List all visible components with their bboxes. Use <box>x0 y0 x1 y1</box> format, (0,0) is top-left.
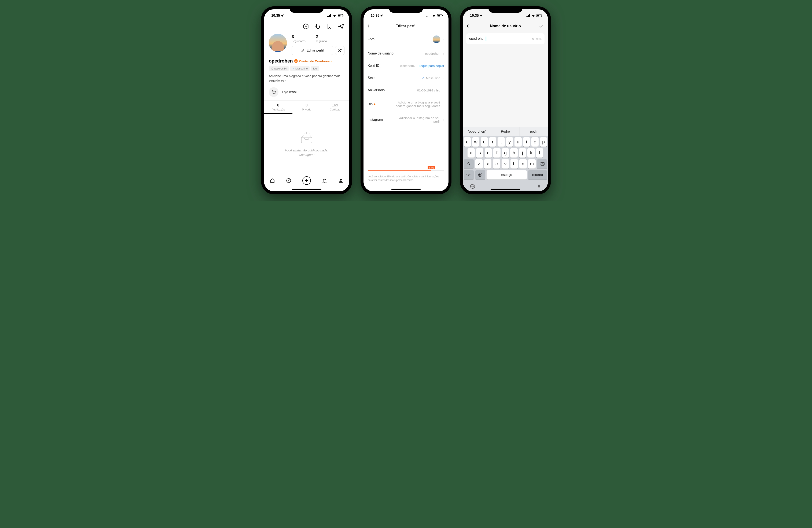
key-c[interactable]: c <box>493 159 500 168</box>
key-r[interactable]: r <box>489 137 496 147</box>
key-123[interactable]: 123 <box>464 170 474 180</box>
row-bio[interactable]: Bio Adicione uma biografia e você poderá… <box>363 96 449 112</box>
add-user-icon <box>337 48 342 53</box>
key-e[interactable]: e <box>481 137 488 147</box>
key-j[interactable]: j <box>519 148 526 157</box>
clear-input-icon[interactable]: ✕ <box>532 37 534 41</box>
status-time: 10:35 <box>371 14 379 17</box>
nav-notifications-icon[interactable] <box>322 178 327 183</box>
copy-id-link[interactable]: Toque para copiar <box>419 64 444 67</box>
key-b[interactable]: b <box>510 159 518 168</box>
svg-rect-5 <box>338 15 340 16</box>
key-u[interactable]: u <box>514 137 522 147</box>
followers-stat[interactable]: 3 Seguidores <box>292 34 306 43</box>
phone-edit-username: 10:35 Nome de usuário opedrohen ✕ 9/36 “… <box>460 6 551 194</box>
row-aniversario[interactable]: Aniversário 01-08-1992 / leo› <box>363 84 449 96</box>
key-n[interactable]: n <box>519 159 527 168</box>
key-o[interactable]: o <box>532 137 539 147</box>
key-t[interactable]: t <box>497 137 505 147</box>
chip-zodiac[interactable]: leo <box>311 66 319 71</box>
status-time: 10:35 <box>271 14 280 17</box>
key-q[interactable]: q <box>464 137 471 147</box>
notch <box>290 6 323 13</box>
key-g[interactable]: g <box>502 148 509 157</box>
add-friend-button[interactable] <box>335 46 345 55</box>
nav-home-icon[interactable] <box>270 178 275 183</box>
svg-rect-6 <box>343 15 344 16</box>
key-backspace[interactable] <box>537 159 547 168</box>
key-shift[interactable] <box>464 159 474 168</box>
key-return[interactable]: retorno <box>528 170 547 180</box>
suggestion-1[interactable]: “opedrohen” <box>463 127 491 136</box>
tab-publicacao[interactable]: 0 Publicação <box>264 101 292 113</box>
row-instagram[interactable]: Instagram Adicionar o Instagram ao seu p… <box>363 112 449 127</box>
bottom-nav <box>264 174 349 187</box>
key-y[interactable]: y <box>506 137 513 147</box>
key-p[interactable]: p <box>540 137 547 147</box>
row-sexo[interactable]: Sexo ♂Masculino› <box>363 72 449 84</box>
back-button[interactable] <box>367 24 369 28</box>
key-z[interactable]: z <box>475 159 483 168</box>
chip-gender[interactable]: ♂Masculino <box>290 66 309 71</box>
bookmark-icon[interactable] <box>326 23 333 30</box>
cellular-icon <box>327 14 331 17</box>
tab-privado[interactable]: 0 Privado <box>292 101 321 113</box>
svg-point-29 <box>479 174 480 175</box>
share-icon[interactable] <box>338 23 345 30</box>
svg-rect-26 <box>537 15 539 16</box>
key-l[interactable]: l <box>536 148 543 157</box>
mic-icon[interactable] <box>537 183 541 189</box>
nav-profile-icon[interactable] <box>338 178 344 183</box>
backspace-icon <box>539 162 545 166</box>
profile-top-actions <box>264 21 349 32</box>
globe-icon[interactable] <box>470 183 476 189</box>
row-foto[interactable]: Foto › <box>363 31 449 47</box>
svg-rect-23 <box>528 15 528 17</box>
suggestion-2[interactable]: Pedro <box>491 127 519 136</box>
confirm-check-icon[interactable] <box>539 24 543 28</box>
chevron-right-icon: › <box>443 37 444 41</box>
tab-curtidas[interactable]: 169 Curtidas <box>321 101 349 113</box>
svg-rect-27 <box>542 15 542 16</box>
key-w[interactable]: w <box>472 137 479 147</box>
empty-state: Você ainda não publicou nada. Crie agora… <box>264 114 349 174</box>
pointer-icon[interactable] <box>315 23 321 30</box>
row-kwai-id[interactable]: Kwai ID wakep884 Toque para copiar <box>363 60 449 72</box>
key-i[interactable]: i <box>523 137 530 147</box>
back-button[interactable] <box>467 24 469 28</box>
chevron-right-icon: › <box>443 76 444 80</box>
edit-profile-button[interactable]: Editar perfil <box>292 46 333 55</box>
key-space[interactable]: espaço <box>487 170 527 180</box>
key-m[interactable]: m <box>528 159 536 168</box>
key-d[interactable]: d <box>485 148 492 157</box>
row-username[interactable]: Nome de usuário opedrohen› <box>363 47 449 60</box>
key-x[interactable]: x <box>484 159 492 168</box>
key-s[interactable]: s <box>476 148 483 157</box>
wifi-icon <box>432 14 436 17</box>
chevron-right-icon: › <box>443 52 444 55</box>
key-emoji[interactable] <box>475 170 485 180</box>
following-stat[interactable]: 2 seguindo <box>316 34 327 43</box>
username-input[interactable]: opedrohen ✕ 9/36 <box>466 33 545 44</box>
svg-rect-1 <box>328 16 329 17</box>
chip-id[interactable]: ID:wakep884 <box>269 66 289 71</box>
creator-center-link[interactable]: Centro de Criadores › <box>299 59 332 63</box>
svg-rect-2 <box>329 15 330 17</box>
bio-cta[interactable]: Adicione uma biografia e você poderá gan… <box>264 73 349 86</box>
key-k[interactable]: k <box>527 148 535 157</box>
shift-icon <box>467 162 471 166</box>
avatar[interactable] <box>269 34 287 52</box>
hexagon-settings-icon[interactable] <box>303 23 309 30</box>
nav-create-button[interactable] <box>302 176 311 185</box>
phone-profile: 10:35 3 Seguidores <box>261 6 352 194</box>
svg-rect-32 <box>539 185 540 187</box>
store-row[interactable]: Loja Kwai <box>264 86 349 100</box>
key-h[interactable]: h <box>510 148 518 157</box>
key-v[interactable]: v <box>502 159 509 168</box>
suggestion-3[interactable]: pedir <box>520 127 548 136</box>
location-arrow-icon <box>480 14 482 17</box>
nav-explore-icon[interactable] <box>286 178 291 183</box>
key-f[interactable]: f <box>493 148 500 157</box>
home-indicator <box>491 188 520 190</box>
key-a[interactable]: a <box>467 148 475 157</box>
